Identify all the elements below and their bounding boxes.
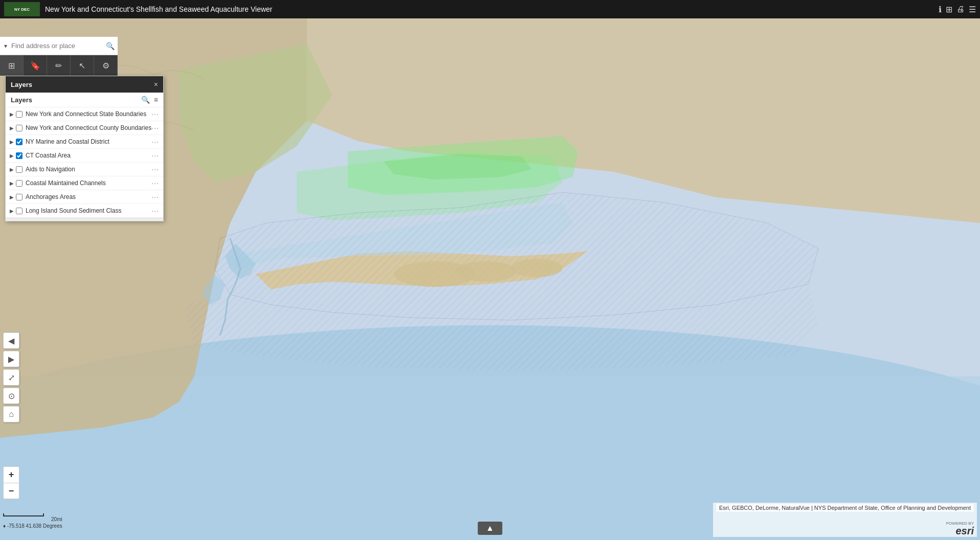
layer-expand-btn[interactable]: ▶	[10, 194, 14, 200]
svg-point-6	[455, 261, 517, 282]
extent-btn[interactable]: ⤢	[3, 369, 19, 386]
layer-expand-btn[interactable]: ▶	[10, 153, 14, 159]
select-tool-btn[interactable]: ↖	[71, 55, 94, 76]
layer-expand-btn[interactable]: ▶	[10, 111, 14, 117]
map-view[interactable]: ▾ 🔍 ⊞ 🔖 ✏ ↖ ⚙ Layers ×	[0, 18, 980, 540]
layers-panel-close-btn[interactable]: ×	[154, 80, 158, 88]
menu-icon[interactable]: ☰	[969, 5, 976, 14]
layer-name: Anchorages Areas	[26, 193, 151, 200]
attribution-text: Esri, GEBCO, DeLorme, NaturalVue | NYS D…	[713, 503, 977, 537]
layer-checkbox-4[interactable]	[16, 166, 23, 173]
scale-bar: 20mi ♦ -75.518 41.638 Degrees	[3, 513, 62, 529]
layer-expand-btn[interactable]: ▶	[10, 181, 14, 186]
layer-item: ▶Aids to Navigation···	[6, 163, 163, 176]
settings-tool-btn[interactable]: ⚙	[94, 55, 118, 76]
layer-expand-btn[interactable]: ▶	[10, 208, 14, 214]
logo-text: NY DEC	[14, 7, 30, 12]
coordinates-text: ♦ -75.518 41.638 Degrees	[3, 523, 62, 529]
app-logo: NY DEC	[4, 2, 40, 16]
search-submit-btn[interactable]: 🔍	[106, 42, 115, 50]
layer-checkbox-2[interactable]	[16, 139, 23, 145]
layers-inner-title: Layers	[11, 96, 32, 104]
layer-expand-btn[interactable]: ▶	[10, 125, 14, 131]
layer-more-btn[interactable]: ···	[151, 179, 159, 187]
layer-name: New York and Connecticut State Boundarie…	[26, 110, 151, 118]
layers-scroll-indicator	[6, 218, 163, 221]
print-icon[interactable]: 🖨	[956, 5, 965, 14]
app-header: NY DEC New York and Connecticut's Shellf…	[0, 0, 980, 18]
select-icon: ↖	[79, 61, 85, 71]
layer-more-btn[interactable]: ···	[151, 151, 159, 160]
layers-inner-header: Layers 🔍 ≡	[6, 93, 163, 107]
draw-tool-btn[interactable]: ✏	[47, 55, 71, 76]
layer-name: Coastal Maintained Channels	[26, 179, 151, 187]
extent-icon: ⤢	[8, 373, 15, 382]
layer-expand-btn[interactable]: ▶	[10, 167, 14, 172]
bookmark-tool-btn[interactable]: 🔖	[24, 55, 47, 76]
layers-panel: Layers × Layers 🔍 ≡ ▶New York and Connec…	[5, 76, 164, 221]
layer-more-btn[interactable]: ···	[151, 193, 159, 201]
layers-inner-icons: 🔍 ≡	[141, 96, 158, 104]
layers-panel-header: Layers ×	[6, 76, 163, 93]
back-icon: ◀	[8, 336, 14, 346]
forward-btn[interactable]: ▶	[3, 351, 19, 367]
layer-more-btn[interactable]: ···	[151, 124, 159, 132]
layers-list: ▶New York and Connecticut State Boundari…	[6, 107, 163, 218]
layer-checkbox-5[interactable]	[16, 180, 23, 187]
layer-item: ▶New York and Connecticut County Boundar…	[6, 121, 163, 135]
forward-icon: ▶	[8, 354, 14, 364]
settings-icon: ⚙	[102, 61, 109, 71]
layer-item: ▶NY Marine and Coastal District···	[6, 135, 163, 149]
layer-more-btn[interactable]: ···	[151, 138, 159, 146]
tool-buttons: ⊞ 🔖 ✏ ↖ ⚙	[0, 55, 118, 76]
zoom-in-btn[interactable]: +	[3, 466, 19, 483]
layers-panel-title: Layers	[11, 81, 32, 88]
header-icon-group: ℹ ⊞ 🖨 ☰	[939, 5, 976, 14]
layer-name: New York and Connecticut County Boundari…	[26, 124, 151, 131]
bottom-center-btn[interactable]: ▲	[478, 522, 502, 535]
layer-item: ▶Anchorages Areas···	[6, 190, 163, 204]
attribution-content: Esri, GEBCO, DeLorme, NaturalVue | NYS D…	[716, 504, 974, 512]
layer-name: Aids to Navigation	[26, 166, 151, 173]
layer-name: NY Marine and Coastal District	[26, 138, 151, 145]
left-toolbar: ▾ 🔍 ⊞ 🔖 ✏ ↖ ⚙	[0, 37, 118, 76]
layer-item: ▶Long Island Sound Sediment Class···	[6, 204, 163, 218]
layer-checkbox-3[interactable]	[16, 152, 23, 159]
layer-checkbox-6[interactable]	[16, 194, 23, 200]
layer-more-btn[interactable]: ···	[151, 165, 159, 173]
home-btn[interactable]: ⌂	[3, 406, 19, 422]
nav-buttons: ◀ ▶ ⤢ ⊙ ⌂	[3, 332, 19, 422]
layer-item: ▶CT Coastal Area···	[6, 149, 163, 163]
layers-tool-btn[interactable]: ⊞	[0, 55, 24, 76]
back-btn[interactable]: ◀	[3, 332, 19, 349]
layer-more-btn[interactable]: ···	[151, 207, 159, 215]
svg-point-7	[511, 259, 563, 277]
layer-checkbox-7[interactable]	[16, 208, 23, 214]
scale-text: 20mi	[3, 516, 62, 522]
bookmark-icon: 🔖	[30, 61, 40, 71]
layers-filter-icon[interactable]: ≡	[154, 96, 158, 104]
layers-tool-icon: ⊞	[8, 61, 15, 71]
zoom-out-btn[interactable]: −	[3, 483, 19, 499]
compass-icon: ⊙	[8, 391, 15, 401]
layer-item: ▶Coastal Maintained Channels···	[6, 176, 163, 190]
layer-checkbox-0[interactable]	[16, 111, 23, 118]
layers-search-icon[interactable]: 🔍	[141, 96, 150, 104]
layer-more-btn[interactable]: ···	[151, 110, 159, 118]
layer-name: Long Island Sound Sediment Class	[26, 207, 151, 214]
info-icon[interactable]: ℹ	[939, 5, 942, 14]
home-icon: ⌂	[9, 410, 14, 419]
search-bar: ▾ 🔍	[0, 37, 118, 55]
zoom-buttons: + −	[3, 466, 19, 499]
draw-icon: ✏	[55, 61, 62, 71]
search-input[interactable]	[8, 42, 106, 50]
search-dropdown-btn[interactable]: ▾	[3, 41, 8, 51]
collapse-btn[interactable]: ▲	[478, 522, 502, 535]
layer-name: CT Coastal Area	[26, 152, 151, 159]
grid-icon[interactable]: ⊞	[946, 5, 952, 14]
layer-checkbox-1[interactable]	[16, 125, 23, 131]
app-title: New York and Connecticut's Shellfish and…	[45, 5, 939, 13]
compass-btn[interactable]: ⊙	[3, 388, 19, 404]
layer-expand-btn[interactable]: ▶	[10, 139, 14, 145]
esri-brand-text: esri	[955, 526, 974, 536]
